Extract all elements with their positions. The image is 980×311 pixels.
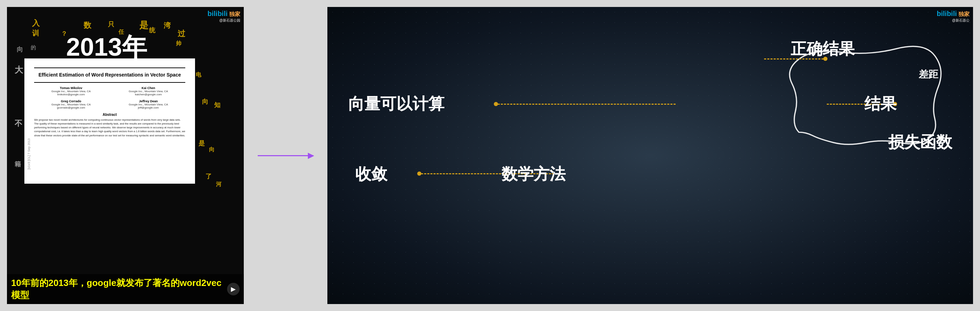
bili-text: bilibili (208, 10, 228, 17)
paper-document: [v1v3 [CL] 7 Sep 2013 Efficient Estimati… (24, 59, 195, 184)
author-4-affil: Google Inc., Mountain View, CA (111, 103, 185, 106)
dot-1 (494, 102, 498, 106)
author-1-affil: Google Inc., Mountain View, CA (34, 90, 108, 93)
author-3: Greg Corrado Google Inc., Mountain View,… (34, 100, 108, 109)
subtitle-text: 10年前的2013年，google就发布了著名的word2vec模型 (11, 277, 227, 301)
bili-exclusive-right: 独家 (958, 11, 970, 17)
float-char: 大 (14, 64, 23, 76)
float-char: 电 (196, 71, 201, 79)
author-2-affil: Google Inc., Mountain View, CA (111, 90, 185, 93)
author-2-name: Kai Chen (111, 86, 185, 90)
float-char: 的 (31, 44, 36, 51)
bili-logo-right: bilibili 独家 @新石器公 (937, 10, 970, 23)
main-container: 入 训 ？ 数 只 是 湾 任 统 过 帅 向 的 大 电 向 知 不 是 向 (0, 0, 980, 311)
paper-title: Efficient Estimation of Word Representat… (34, 71, 185, 79)
float-char: 训 (32, 29, 39, 38)
label-jieguo: 结果 (864, 93, 896, 115)
label-sunshi: 损失函数 (888, 132, 952, 153)
bili-text-right: bilibili (937, 10, 957, 17)
left-video-panel: 入 训 ？ 数 只 是 湾 任 统 过 帅 向 的 大 电 向 知 不 是 向 (7, 7, 244, 304)
video-frame-left[interactable]: 入 训 ？ 数 只 是 湾 任 统 过 帅 向 的 大 电 向 知 不 是 向 (7, 7, 244, 304)
author-1-name: Tomas Mikolov (34, 86, 108, 90)
bili-author-left: @新石器公园 (208, 18, 240, 23)
dashed-line-1 (495, 104, 676, 105)
float-char: 数 (84, 20, 91, 31)
float-char: 入 (32, 18, 40, 29)
author-2-email: kaichen@google.com (111, 93, 185, 96)
float-char: 向 (209, 146, 215, 154)
paper-top-line (34, 68, 185, 68)
arrow-container (251, 145, 320, 166)
label-shoulian: 收敛 (355, 163, 387, 185)
abstract-text: We propose two novel model architectures… (34, 118, 185, 137)
float-char: 河 (216, 181, 221, 188)
bili-exclusive-left: 独家 (229, 11, 240, 17)
author-3-affil: Google Inc., Mountain View, CA (34, 103, 108, 106)
float-char: 向 (17, 45, 23, 54)
label-xiangliang: 向量可以计算 (348, 93, 444, 115)
author-4-email: jeff@google.com (111, 106, 185, 109)
label-shuxue: 数学方法 (501, 163, 566, 185)
float-char: 了 (205, 172, 212, 181)
author-1-email: tmikolov@google.com (34, 93, 108, 96)
abstract-title: Abstract (34, 113, 185, 117)
paper-side-text: [v1v3 [CL] 7 Sep 2013 (27, 138, 31, 170)
float-char: 向 (202, 97, 208, 106)
right-video-panel[interactable]: bilibili 独家 @新石器公 正确结果 差距 向量可以计算 结果 损失函数… (327, 7, 973, 304)
author-3-name: Greg Corrado (34, 100, 108, 103)
float-char: 湾 (164, 21, 171, 30)
author-1: Tomas Mikolov Google Inc., Mountain View… (34, 86, 108, 96)
float-char: 只 (108, 20, 114, 29)
dot-4 (417, 171, 422, 176)
bili-author-right: @新石器公 (937, 18, 970, 23)
author-3-email: gcorrado@google.com (34, 106, 108, 109)
author-2: Kai Chen Google Inc., Mountain View, CA … (111, 86, 185, 96)
author-4: Jeffrey Dean Google Inc., Mountain View,… (111, 100, 185, 109)
float-char: 帅 (176, 40, 181, 47)
year-title: 2013年 (66, 31, 147, 64)
float-char: 知 (214, 101, 220, 109)
paper-authors: Tomas Mikolov Google Inc., Mountain View… (34, 86, 185, 109)
float-char: 不 (14, 118, 22, 129)
subtitle-bar: 10年前的2013年，google就发布了著名的word2vec模型 ▶ (7, 274, 244, 304)
arrow-line (258, 155, 313, 156)
float-char: 是 (199, 139, 205, 148)
float-char: 籍 (14, 160, 21, 168)
paper-bottom-title-line (34, 82, 185, 83)
play-button[interactable]: ▶ (227, 283, 240, 295)
author-4-name: Jeffrey Dean (111, 100, 185, 103)
float-char: 统 (149, 26, 155, 35)
float-char: 是 (139, 19, 148, 31)
label-zhengque: 正确结果 (791, 38, 854, 60)
float-char: 过 (178, 29, 185, 39)
bili-logo-left: bilibili 独家 @新石器公园 (208, 10, 240, 23)
label-chadist: 差距 (919, 68, 938, 81)
